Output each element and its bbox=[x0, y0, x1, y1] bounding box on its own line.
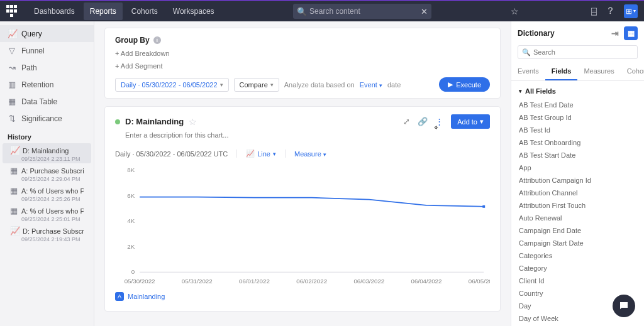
execute-button[interactable]: ▶ Execute bbox=[439, 77, 490, 92]
history-item[interactable]: ▦A: % of Users who Purchased ...09/25/20… bbox=[3, 204, 91, 224]
legend-label: Mainlanding bbox=[128, 293, 165, 300]
all-fields-heading[interactable]: ▾ All Fields bbox=[511, 81, 644, 99]
viz-type-selector[interactable]: 📈 Line ▾ bbox=[246, 149, 276, 158]
field-item[interactable]: AB Test Group Id bbox=[519, 111, 636, 124]
svg-text:06/05/2022: 06/05/2022 bbox=[469, 278, 490, 285]
sidebar: 📈Query▽Funnel↝Path▥Retention▦Data Table⇅… bbox=[0, 21, 94, 326]
status-dot-icon bbox=[115, 119, 120, 124]
dictionary-tabs: EventsFieldsMeasuresCohorts bbox=[511, 63, 644, 81]
field-item[interactable]: Attribution Campaign Id bbox=[519, 174, 636, 187]
field-item[interactable]: Auto Renewal bbox=[519, 212, 636, 224]
svg-text:06/03/2022: 06/03/2022 bbox=[353, 278, 384, 285]
funnel-icon: ▽ bbox=[8, 46, 16, 55]
significance-icon: ⇅ bbox=[8, 114, 16, 123]
svg-text:06/02/2022: 06/02/2022 bbox=[296, 278, 327, 285]
sidebar-item-funnel[interactable]: ▽Funnel bbox=[0, 42, 94, 59]
field-item[interactable]: AB Test Onboarding bbox=[519, 136, 636, 149]
field-item[interactable]: Campaign Start Date bbox=[519, 237, 636, 249]
analyze-event-link[interactable]: Event ▾ bbox=[360, 81, 382, 89]
svg-text:06/04/2022: 06/04/2022 bbox=[411, 278, 442, 285]
svg-text:8K: 8K bbox=[127, 166, 135, 173]
svg-text:0: 0 bbox=[131, 268, 135, 275]
field-item[interactable]: Categories bbox=[519, 249, 636, 262]
group-by-card: Group By i + Add Breakdown + Add Segment… bbox=[104, 28, 501, 99]
info-icon[interactable]: i bbox=[153, 36, 161, 44]
sidebar-item-retention[interactable]: ▥Retention bbox=[0, 76, 94, 93]
chart-card: D: Mainlanding ☆ ⤢ 🔗 ⋮⌖ Add to ▾ Daily ·… bbox=[104, 106, 501, 312]
chat-fab[interactable] bbox=[613, 295, 635, 317]
svg-rect-13 bbox=[482, 205, 485, 208]
more-icon[interactable]: ⋮⌖ bbox=[435, 117, 443, 126]
field-item[interactable]: Attribution First Touch bbox=[519, 199, 636, 212]
analyze-suffix: date bbox=[387, 81, 401, 89]
nav-workspaces[interactable]: Workspaces bbox=[167, 3, 221, 20]
history-heading: History bbox=[0, 127, 94, 143]
brand-logo[interactable] bbox=[6, 5, 19, 18]
sidebar-item-significance[interactable]: ⇅Significance bbox=[0, 110, 94, 127]
compare-chip[interactable]: Compare▾ bbox=[234, 78, 279, 92]
field-item[interactable]: AB Test End Date bbox=[519, 99, 636, 111]
history-item[interactable]: 📈D: Purchase Subscription & Any09/25/202… bbox=[3, 224, 91, 244]
dict-tab-fields[interactable]: Fields bbox=[545, 63, 578, 80]
field-item[interactable]: Client Id bbox=[519, 274, 636, 287]
sidebar-item-data-table[interactable]: ▦Data Table bbox=[0, 93, 94, 110]
dictionary-search[interactable]: 🔍 bbox=[518, 45, 638, 59]
dict-tab-cohorts[interactable]: Cohorts bbox=[621, 63, 644, 80]
field-item[interactable]: App bbox=[519, 161, 636, 174]
star-icon[interactable]: ☆ bbox=[189, 117, 197, 127]
fields-list: AB Test End DateAB Test Group IdAB Test … bbox=[511, 99, 644, 326]
add-segment-link[interactable]: + Add Segment bbox=[115, 62, 490, 70]
chart-legend[interactable]: A Mainlanding bbox=[115, 292, 490, 301]
chart-title: D: Mainlanding bbox=[125, 117, 184, 126]
add-breakdown-link[interactable]: + Add Breakdown bbox=[115, 50, 490, 57]
nav-reports[interactable]: Reports bbox=[84, 3, 123, 20]
app-switcher-button[interactable]: ⊞ ▾ bbox=[624, 4, 638, 18]
search-wrap: 🔍 ✕ bbox=[293, 4, 431, 19]
expand-icon[interactable]: ⤢ bbox=[403, 117, 410, 126]
field-item[interactable]: Campaign End Date bbox=[519, 224, 636, 237]
svg-text:05/30/2022: 05/30/2022 bbox=[125, 278, 155, 285]
collapse-panel-icon[interactable]: ⇥ bbox=[611, 28, 619, 38]
dictionary-panel: Dictionary ⇥ ▦ 🔍 EventsFieldsMeasuresCoh… bbox=[511, 21, 644, 326]
sidebar-item-path[interactable]: ↝Path bbox=[0, 59, 94, 76]
field-item[interactable]: Attribution Channel bbox=[519, 187, 636, 199]
chat-icon bbox=[618, 300, 630, 312]
history-item[interactable]: 📈D: Mainlanding09/25/2024 2:23:11 PM bbox=[3, 143, 91, 163]
chart-svg: 02K4K6K8K05/30/202205/31/202206/01/20220… bbox=[115, 163, 490, 288]
measure-selector[interactable]: Measure ▾ bbox=[294, 150, 326, 158]
field-item[interactable]: Category bbox=[519, 262, 636, 274]
nav-cohorts[interactable]: Cohorts bbox=[125, 3, 164, 20]
nav-dashboards[interactable]: Dashboards bbox=[28, 3, 81, 20]
dictionary-search-input[interactable] bbox=[533, 48, 633, 56]
dictionary-header: Dictionary ⇥ ▦ bbox=[511, 21, 644, 45]
link-icon[interactable]: 🔗 bbox=[418, 117, 428, 126]
dictionary-badge-icon[interactable]: ▦ bbox=[624, 26, 638, 40]
add-to-button[interactable]: Add to ▾ bbox=[451, 114, 490, 129]
search-icon: 🔍 bbox=[297, 7, 307, 16]
chart-description-input[interactable] bbox=[125, 131, 350, 139]
favorites-icon[interactable]: ☆ bbox=[511, 6, 519, 16]
help-icon[interactable]: ？ bbox=[606, 5, 615, 17]
controls-row: Daily · 05/30/2022 - 06/05/2022▾ Compare… bbox=[115, 77, 490, 92]
query-icon: 📈 bbox=[8, 29, 16, 38]
path-icon: ↝ bbox=[8, 63, 16, 72]
chart-area: 02K4K6K8K05/30/202205/31/202206/01/20220… bbox=[115, 163, 490, 288]
chart-header: D: Mainlanding ☆ ⤢ 🔗 ⋮⌖ Add to ▾ bbox=[115, 114, 490, 129]
clear-search-icon[interactable]: ✕ bbox=[421, 7, 428, 16]
sidebar-item-query[interactable]: 📈Query bbox=[0, 25, 94, 42]
dict-tab-events[interactable]: Events bbox=[511, 63, 545, 80]
svg-text:4K: 4K bbox=[127, 217, 135, 224]
date-range-chip[interactable]: Daily · 05/30/2022 - 06/05/2022▾ bbox=[115, 78, 229, 92]
history-item[interactable]: ▦A: % of Users who Purchased ...09/25/20… bbox=[3, 183, 91, 204]
chart-toolbar: Daily · 05/30/2022 - 06/05/2022 UTC 📈 Li… bbox=[115, 149, 490, 158]
analyze-prefix: Analyze data based on bbox=[284, 81, 355, 89]
history-item[interactable]: ▦A: Purchase Subscription & M...09/25/20… bbox=[3, 163, 91, 183]
dict-tab-measures[interactable]: Measures bbox=[577, 63, 620, 80]
database-icon[interactable]: ⌸ bbox=[591, 6, 597, 16]
svg-text:05/31/2022: 05/31/2022 bbox=[182, 278, 213, 285]
nav-tabs: DashboardsReportsCohortsWorkspaces bbox=[28, 3, 221, 20]
field-item[interactable]: AB Test Start Date bbox=[519, 149, 636, 161]
search-input[interactable] bbox=[293, 4, 431, 19]
data table-icon: ▦ bbox=[8, 97, 16, 106]
field-item[interactable]: AB Test Id bbox=[519, 124, 636, 136]
